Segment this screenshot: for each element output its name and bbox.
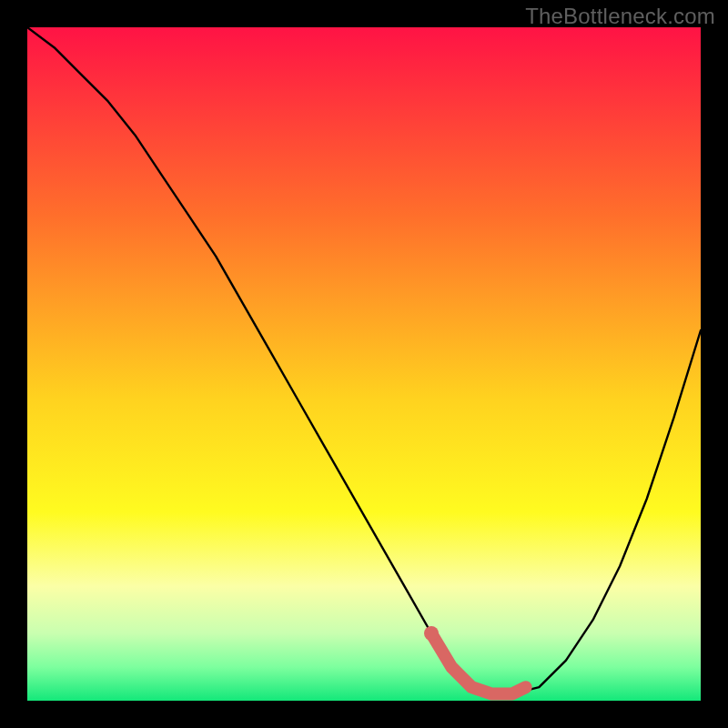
- optimal-range-start-dot: [424, 626, 439, 641]
- chart-frame: TheBottleneck.com: [0, 0, 728, 728]
- watermark-text: TheBottleneck.com: [525, 4, 715, 29]
- chart-svg: [27, 27, 701, 701]
- plot-area: [27, 27, 701, 701]
